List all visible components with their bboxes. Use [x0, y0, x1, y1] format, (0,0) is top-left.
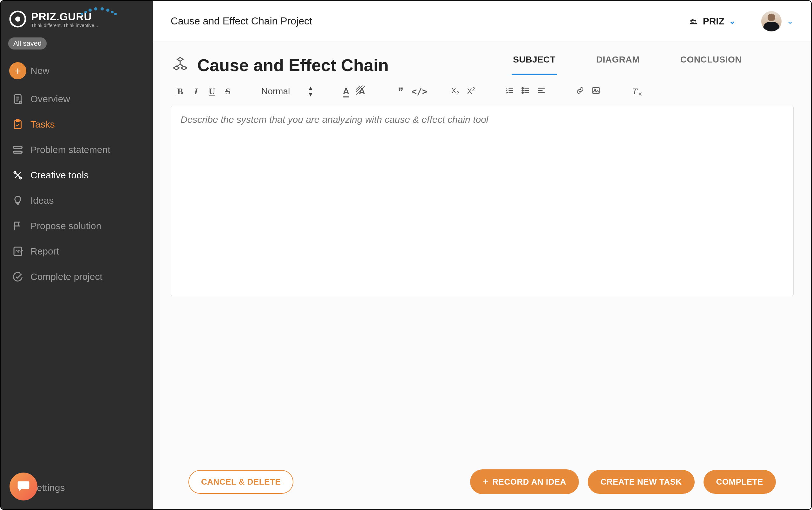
chat-icon	[17, 480, 30, 493]
top-bar: Cause and Effect Chain Project PRIZ ⌄ ⌄	[153, 1, 811, 42]
format-select-label: Normal	[261, 86, 290, 96]
description-editor[interactable]: Describe the system that you are analyzi…	[171, 106, 793, 296]
user-menu[interactable]: ⌄	[749, 11, 793, 31]
highlight-button[interactable]: A	[357, 86, 367, 96]
svg-point-9	[114, 13, 117, 15]
create-new-task-button[interactable]: CREATE NEW TASK	[588, 470, 694, 494]
tab-subject[interactable]: SUBJECT	[512, 55, 557, 75]
workspace-name: PRIZ	[703, 16, 724, 27]
svg-point-8	[111, 11, 114, 13]
svg-point-6	[100, 7, 104, 10]
content-tabs: SUBJECT DIAGRAM CONCLUSION	[512, 55, 793, 75]
bullet-list-icon	[521, 86, 530, 95]
sidebar-item-label: Propose solution	[30, 221, 101, 231]
subscript-button[interactable]: X2	[450, 86, 460, 96]
editor-toolbar: B I U S Normal ▲▼ A A	[171, 75, 793, 106]
logo-icon	[8, 9, 27, 29]
sidebar-item-ideas[interactable]: Ideas	[1, 188, 153, 213]
saved-status-badge: All saved	[8, 37, 47, 50]
italic-button[interactable]: I	[191, 86, 201, 96]
svg-text:PDF: PDF	[16, 250, 23, 254]
clipboard-icon	[12, 119, 24, 130]
tool-title: Cause and Effect Chain	[197, 55, 389, 75]
highlight-stripes-icon	[356, 85, 367, 96]
link-icon	[576, 86, 584, 95]
blockquote-button[interactable]: ❞	[395, 85, 406, 97]
sidebar-item-complete-project[interactable]: Complete project	[1, 264, 153, 289]
record-idea-button[interactable]: + RECORD AN IDEA	[470, 470, 579, 494]
bold-button[interactable]: B	[175, 86, 185, 96]
brand-tagline: Think different. Think inventive...	[31, 23, 98, 28]
complete-button[interactable]: COMPLETE	[703, 470, 776, 494]
sidebar-item-label: New	[30, 65, 50, 76]
svg-rect-14	[13, 147, 22, 148]
svg-rect-27	[593, 87, 600, 93]
strikethrough-button[interactable]: S	[223, 86, 233, 96]
users-icon	[689, 17, 698, 26]
logo[interactable]: PRIZ.GURU Think different. Think inventi…	[1, 9, 153, 37]
sidebar-item-label: Creative tools	[30, 170, 89, 180]
svg-point-2	[81, 13, 83, 15]
text-color-button[interactable]: A	[341, 86, 351, 96]
sidebar-item-label: Overview	[30, 94, 70, 105]
bullet-list-button[interactable]	[520, 86, 531, 97]
image-icon	[592, 86, 600, 95]
svg-point-1	[15, 17, 20, 22]
main-area: Cause and Effect Chain Project PRIZ ⌄ ⌄	[153, 1, 811, 509]
overview-icon	[12, 93, 24, 105]
format-select[interactable]: Normal ▲▼	[261, 85, 312, 98]
pdf-icon: PDF	[12, 246, 24, 257]
svg-point-3	[84, 11, 87, 13]
link-button[interactable]	[575, 86, 585, 97]
cec-icon	[171, 56, 190, 75]
svg-point-25	[522, 89, 523, 91]
align-button[interactable]	[536, 86, 546, 97]
sidebar-item-label: Report	[30, 246, 59, 257]
sidebar-item-label: Ideas	[30, 195, 54, 206]
sidebar-item-label: Problem statement	[30, 144, 110, 155]
logo-dots-icon	[80, 7, 118, 16]
clear-format-button[interactable]: T✕	[630, 86, 640, 96]
sidebar-item-overview[interactable]: Overview	[1, 86, 153, 112]
sidebar-item-report[interactable]: PDF Report	[1, 239, 153, 264]
sidebar-item-propose-solution[interactable]: Propose solution	[1, 213, 153, 239]
code-button[interactable]: </>	[411, 86, 422, 97]
svg-point-4	[89, 8, 92, 12]
project-title: Cause and Effect Chain Project	[171, 15, 676, 27]
check-circle-icon	[12, 271, 24, 282]
user-avatar	[761, 11, 782, 31]
align-icon	[537, 86, 546, 95]
cancel-delete-button[interactable]: CANCEL & DELETE	[188, 470, 293, 494]
underline-button[interactable]: U	[207, 86, 217, 96]
chat-widget-button[interactable]	[9, 473, 37, 501]
sidebar: PRIZ.GURU Think different. Think inventi…	[1, 1, 153, 509]
svg-point-24	[522, 87, 523, 89]
svg-point-22	[694, 19, 696, 21]
flag-icon	[12, 220, 24, 232]
image-button[interactable]	[591, 86, 601, 97]
svg-point-26	[522, 92, 523, 93]
editor-placeholder: Describe the system that you are analyzi…	[180, 114, 488, 125]
record-idea-label: RECORD AN IDEA	[492, 477, 566, 487]
sidebar-item-new[interactable]: + New	[1, 55, 153, 86]
chevron-down-icon: ⌄	[729, 16, 736, 26]
tab-conclusion[interactable]: CONCLUSION	[679, 55, 743, 75]
svg-point-7	[106, 8, 110, 12]
sidebar-item-problem-statement[interactable]: Problem statement	[1, 137, 153, 163]
sidebar-item-tasks[interactable]: Tasks	[1, 112, 153, 137]
lightbulb-icon	[12, 195, 24, 206]
svg-point-5	[94, 7, 97, 10]
workspace-selector[interactable]: PRIZ ⌄	[689, 16, 736, 27]
lines-icon	[12, 144, 24, 155]
ordered-list-button[interactable]	[505, 86, 515, 97]
plus-icon: +	[9, 62, 26, 79]
chevron-down-icon: ⌄	[787, 16, 793, 26]
tab-diagram[interactable]: DIAGRAM	[595, 55, 641, 75]
updown-icon: ▲▼	[308, 85, 312, 98]
plus-icon: +	[483, 476, 488, 487]
sidebar-item-creative-tools[interactable]: Creative tools	[1, 163, 153, 188]
superscript-button[interactable]: X2	[466, 87, 476, 96]
action-bar: CANCEL & DELETE + RECORD AN IDEA CREATE …	[171, 457, 793, 509]
svg-point-23	[690, 20, 692, 22]
tool-header: Cause and Effect Chain SUBJECT DIAGRAM C…	[171, 55, 793, 75]
